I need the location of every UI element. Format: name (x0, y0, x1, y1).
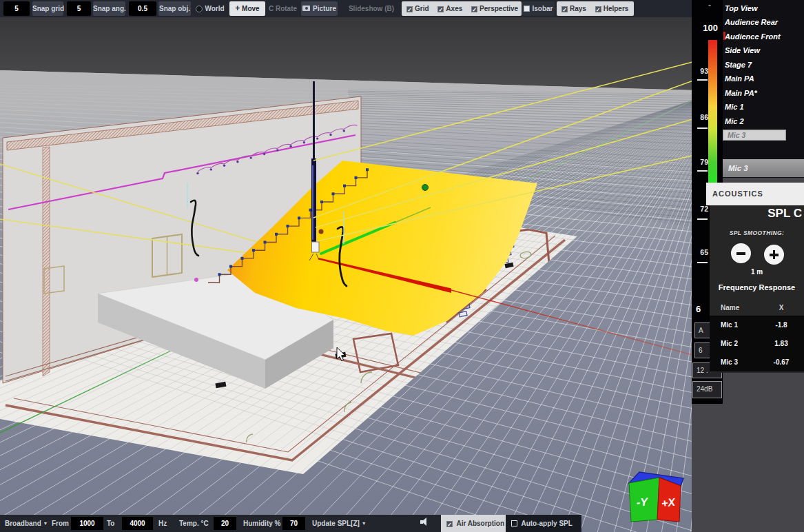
viewport-3d[interactable]: -Y +X (0, 0, 695, 532)
checkbox-icon: ✓ (595, 6, 601, 12)
listener-dot-green (422, 185, 429, 191)
to-input[interactable]: 4000 (122, 517, 153, 530)
camera-icon (302, 6, 310, 11)
spl-gradient-bar (708, 40, 717, 185)
from-label: From (52, 517, 69, 530)
marker-dot-red (319, 229, 324, 234)
top-toolbar: 5 Snap grid 5 Snap ang. 0.5 Snap obj. Wo… (0, 0, 692, 17)
rename-input[interactable]: Mic 3 (723, 130, 786, 141)
temperature-label: Temp. °C (179, 517, 209, 530)
view-list-item[interactable]: Mic 1 (725, 100, 802, 114)
snap-grid-button[interactable]: Snap grid (32, 1, 63, 16)
auto-apply-spl-toggle[interactable]: Auto-apply SPL (506, 515, 581, 532)
view-list-item[interactable]: Side View (725, 43, 802, 57)
from-input[interactable]: 1000 (71, 517, 103, 530)
grid-checkbox[interactable]: ✓Grid (406, 5, 429, 12)
globe-icon (196, 6, 203, 12)
isobar-checkbox[interactable]: Isobar (522, 1, 555, 16)
nav-cube[interactable]: -Y +X (629, 472, 683, 522)
smoothing-decrease-button[interactable] (731, 243, 751, 263)
snap-object-button[interactable]: Snap obj. (158, 1, 191, 16)
scale-tick-label: 72 (692, 205, 708, 213)
mic-table-row[interactable]: Mic 3 -0.67 (710, 353, 804, 371)
right-panel: - 100 93 86 79 72 65 6 A 6 12 . . 24dB T… (692, 0, 804, 532)
bottom-toolbar: Broadband ▼ From 1000 To 4000 Hz Temp. °… (0, 515, 441, 532)
checkbox-icon: ✓ (406, 6, 413, 12)
checkbox-icon (524, 6, 530, 12)
rotate-tool-button[interactable]: C Rotate (267, 1, 298, 16)
move-tool-button[interactable]: + Move (229, 1, 265, 16)
mic-table-row[interactable]: Mic 1 -1.8 (710, 316, 804, 334)
scale-tick-label: 93 (692, 67, 708, 75)
collapse-button[interactable]: - (708, 1, 711, 10)
scale-max-label: 100 (692, 23, 718, 33)
broadband-dropdown[interactable]: Broadband ▼ (5, 517, 48, 530)
smoothing-value: 1 m (710, 268, 804, 276)
checkbox-icon: ✓ (471, 6, 477, 12)
spl-chart-title: SPL C (767, 207, 802, 221)
nav-cube-x-label: +X (661, 496, 677, 509)
temperature-input[interactable]: 20 (214, 517, 236, 530)
view-list-item[interactable]: Main PA* (725, 86, 802, 100)
acoustics-panel: SPL C SPL SMOOTHING: 1 m Frequency Respo… (710, 205, 804, 373)
snap-angle-button[interactable]: Snap ang. (93, 1, 125, 16)
view-list-item[interactable]: Audience Front (725, 30, 802, 43)
perspective-checkbox[interactable]: ✓Perspective (471, 5, 518, 12)
scale-tick (697, 127, 708, 129)
spl-smoothing-label: SPL SMOOTHING: (710, 229, 804, 236)
world-toggle[interactable]: World (194, 1, 226, 16)
checkbox-icon (511, 520, 517, 526)
scale-partial-label: 6 (696, 304, 701, 314)
application-window: -Y +X 5 Snap grid 5 Snap ang. 0.5 Snap o… (0, 0, 804, 532)
humidity-label: Humidity % (243, 517, 280, 530)
view-list-item[interactable]: Audience Rear (725, 15, 802, 29)
mic-table-header: Name X (710, 300, 804, 316)
scale-tick-label: 79 (692, 158, 708, 166)
view-list-item[interactable]: Main PA (725, 72, 802, 85)
helpers-group: ✓Rays ✓Helpers (557, 1, 634, 16)
selected-list-item[interactable]: Mic 3 (723, 159, 804, 177)
nav-cube-y-label: -Y (636, 496, 648, 509)
rays-checkbox[interactable]: ✓Rays (561, 5, 586, 12)
view-options-group: ✓Grid ✓Axes ✓Perspective (402, 1, 522, 16)
scale-tick-label: 65 (692, 248, 708, 256)
scale-tick (697, 218, 708, 220)
view-list-item[interactable]: Stage 7 (725, 58, 802, 72)
scale-tick-label: 86 (692, 113, 708, 121)
chevron-down-icon: ▼ (43, 521, 48, 526)
mic-table: Name X Mic 1 -1.8 Mic 2 1.83 Mic 3 -0.67 (710, 300, 804, 371)
mute-button[interactable] (420, 517, 430, 530)
speaker-icon (420, 518, 430, 526)
snap-grid-input[interactable]: 5 (3, 1, 30, 16)
rotate-icon: C (269, 5, 274, 12)
frequency-response-button[interactable]: Frequency Response (710, 283, 804, 291)
move-icon: + (235, 3, 240, 13)
scale-tick (697, 79, 708, 81)
scale-tick (697, 170, 708, 172)
acoustics-panel-header[interactable]: ACOUSTICS (706, 183, 804, 205)
update-spl-dropdown[interactable]: Update SPL[Z] ▼ (312, 517, 367, 530)
to-label: To (107, 517, 114, 530)
snap-angle-input[interactable]: 5 (67, 1, 91, 16)
gizmo-handle (312, 242, 320, 252)
view-list-item[interactable]: Mic 2 (725, 114, 802, 128)
axes-checkbox[interactable]: ✓Axes (437, 5, 462, 12)
helpers-checkbox[interactable]: ✓Helpers (595, 5, 629, 12)
picture-button[interactable]: Picture (301, 1, 338, 16)
chevron-down-icon: ▼ (362, 521, 367, 526)
snap-object-input[interactable]: 0.5 (129, 1, 156, 16)
checkbox-icon: ✓ (437, 6, 444, 12)
smoothing-increase-button[interactable] (764, 245, 784, 265)
marker-dot-purple (194, 278, 198, 282)
humidity-input[interactable]: 70 (282, 517, 305, 530)
checkbox-icon: ✓ (446, 521, 453, 527)
view-list-item[interactable]: Top View (725, 1, 802, 15)
hz-label: Hz (158, 517, 167, 530)
scale-range-button-24db[interactable]: 24dB (692, 381, 722, 398)
minus-icon (736, 252, 745, 255)
air-absorption-toggle[interactable]: ✓ Air Absorption (441, 515, 506, 532)
text-cursor (723, 32, 725, 40)
mic-table-row[interactable]: Mic 2 1.83 (710, 334, 804, 353)
slideshow-button[interactable]: Slideshow (B) (343, 1, 400, 16)
scale-tick (697, 262, 708, 263)
